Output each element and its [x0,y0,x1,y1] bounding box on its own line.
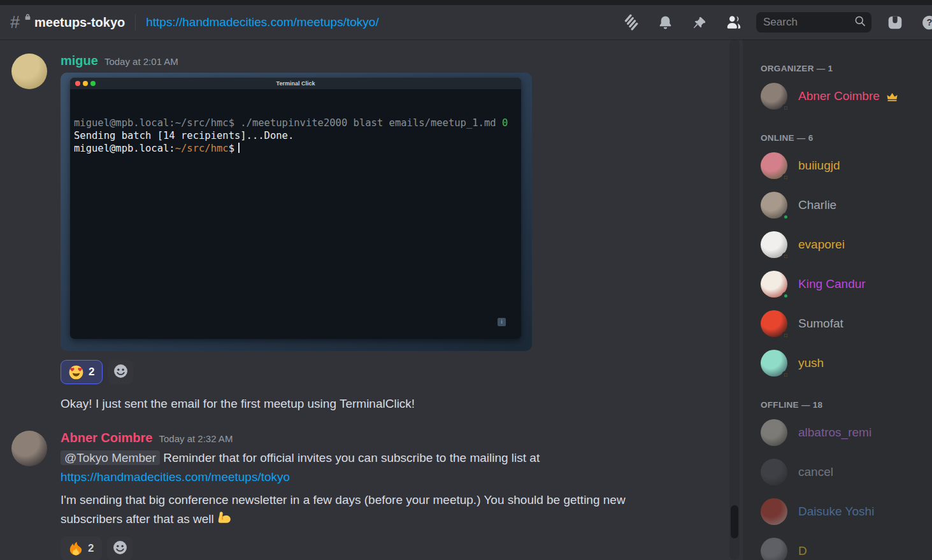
member-row[interactable]: Sumofat [761,308,927,339]
avatar [761,271,787,298]
add-reaction-smiley-icon [112,540,128,558]
help-icon[interactable]: ? [921,14,932,31]
avatar [761,231,787,258]
search-input[interactable]: Search [756,12,871,32]
online-status-badge [782,213,790,221]
lock-icon [24,11,31,23]
avatar[interactable] [11,54,47,89]
channel-name: meetups-tokyo [34,15,125,30]
member-section-title: ONLINE — 6 [761,133,927,143]
crown-icon [886,90,898,103]
member-name: yush [798,356,824,370]
member-row[interactable]: Charlie [761,190,927,220]
terminal-line: miguel@mpb.local:~/src/hmc$ [74,142,517,155]
reactions-row: 2 [61,360,733,384]
window-titlebar-strip [0,0,932,5]
member-name: Sumofat [798,317,843,331]
member-section: ONLINE — 6buiiugjdCharlieevaporeiKing Ca… [761,133,927,378]
reaction-count: 2 [89,366,94,378]
heart-eyes-emoji [69,365,83,380]
member-section: OFFLINE — 18albatros_remicancelDaisuke Y… [761,400,927,560]
fire-emoji [69,542,83,556]
add-reaction-button[interactable] [107,536,133,560]
threads-icon[interactable] [622,14,639,31]
member-row[interactable]: Daisuke Yoshi [761,496,927,527]
avatar [761,459,787,485]
member-name: Daisuke Yoshi [798,505,874,519]
add-reaction-smiley-icon [113,363,129,382]
discord-app: # meetups-tokyo https://handmadecities.c… [0,0,932,560]
terminal-titlebar: Terminal Click [70,78,521,89]
message: migue Today at 2:01 AM Terminal [0,54,743,413]
member-name: albatros_remi [798,426,871,440]
chat-scrollbar[interactable] [729,39,740,560]
notifications-bell-icon[interactable] [657,14,673,31]
idle-status-badge [782,331,790,340]
channel-topic-link[interactable]: https://handmadecities.com/meetups/tokyo… [146,15,378,29]
svg-text:?: ? [927,17,932,27]
message-link[interactable]: https://handmadecities.com/meetups/tokyo [61,470,290,484]
role-mention[interactable]: @Tokyo Member [61,450,160,465]
scrollbar-track[interactable] [729,39,740,560]
terminal-line: miguel@mpb.local:~/src/hmc$ ./meetupinvi… [74,117,517,129]
avatar [761,83,787,110]
overlay-badge: i [498,318,506,326]
member-section-title: OFFLINE — 18 [761,400,927,410]
member-name: Abner Coimbre [798,89,880,103]
member-name: King Candur [798,277,866,291]
member-name: buiiugjd [798,159,840,173]
reaction-heart-eyes[interactable]: 2 [61,360,103,384]
header-divider [135,14,136,31]
idle-status-badge [782,173,790,182]
member-row[interactable]: albatros_remi [761,417,927,448]
pin-icon[interactable] [691,14,708,31]
member-row[interactable]: D [761,536,927,560]
member-list-toggle-icon[interactable] [726,14,742,31]
terminal-screenshot-attachment[interactable]: Terminal Click miguel@mpb.local:~/src/hm… [61,73,532,351]
message-author[interactable]: migue [61,54,98,68]
online-status-badge [782,292,790,300]
channel-hash-lock-icon: # [10,12,29,32]
member-name: evaporei [798,238,845,252]
member-list: ORGANIZER — 1Abner Coimbre ONLINE — 6bui… [743,39,932,560]
idle-status-badge [782,104,790,112]
member-row[interactable]: cancel [761,457,927,487]
message-text: @Tokyo Member Reminder that for official… [61,449,733,487]
avatar [761,192,787,219]
member-row[interactable]: King Candur [761,269,927,299]
terminal-window: Terminal Click miguel@mpb.local:~/src/hm… [70,78,521,339]
message-author[interactable]: Abner Coimbre [61,431,152,445]
terminal-cursor [238,143,240,153]
member-section-title: ORGANIZER — 1 [761,64,927,73]
member-row[interactable]: yush [761,348,927,378]
reaction-fire[interactable]: 2 [61,536,102,560]
scrollbar-thumb[interactable] [731,505,738,538]
avatar[interactable] [11,431,47,466]
member-name: D [798,544,807,558]
avatar [761,419,787,446]
search-placeholder: Search [763,16,854,29]
member-name: cancel [798,465,833,479]
member-row[interactable]: buiiugjd [761,150,927,181]
terminal-output: miguel@mpb.local:~/src/hmc$ ./meetupinvi… [70,89,521,339]
member-name: Charlie [798,198,836,212]
member-section: ORGANIZER — 1Abner Coimbre [761,64,927,111]
member-row[interactable]: evaporei [761,229,927,260]
message-text: Okay! I just sent the email for the firs… [61,394,733,413]
channel-header: # meetups-tokyo https://handmadecities.c… [0,5,932,39]
avatar [761,498,787,525]
idle-status-badge [782,252,790,261]
avatar [761,350,787,377]
avatar [761,152,787,179]
message: Abner Coimbre Today at 2:32 AM @Tokyo Me… [0,431,743,560]
add-reaction-button[interactable] [108,360,133,384]
terminal-title: Terminal Click [70,80,521,87]
reaction-count: 2 [88,542,94,555]
idle-status-badge [782,371,790,379]
reactions-row: 2 [61,536,733,560]
search-icon [854,15,866,30]
inbox-icon[interactable] [887,14,903,31]
avatar [761,538,787,560]
avatar [761,310,787,337]
member-row[interactable]: Abner Coimbre [761,81,927,111]
